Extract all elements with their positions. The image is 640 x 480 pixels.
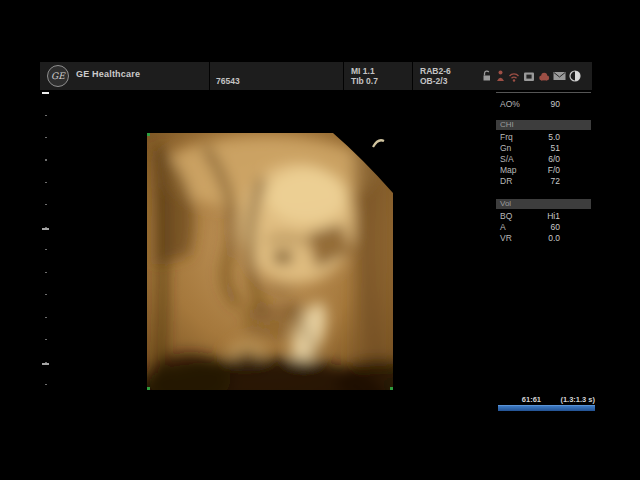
param-label: DR bbox=[500, 176, 512, 186]
cloud-icon bbox=[538, 71, 550, 82]
param-label: Gn bbox=[500, 143, 511, 153]
wifi-icon bbox=[508, 71, 520, 82]
param-row-ao: AO% 90 bbox=[500, 99, 560, 109]
ruler-ticks bbox=[45, 92, 47, 392]
cine-frame-count: 61:61 bbox=[522, 395, 541, 404]
ruler-major-tick bbox=[42, 363, 49, 365]
param-label: VR bbox=[500, 233, 512, 243]
fetus-3d-render bbox=[147, 133, 393, 390]
param-row: DR 72 bbox=[500, 176, 560, 186]
param-label: AO% bbox=[500, 99, 520, 109]
section-header-chi: CHI bbox=[496, 120, 591, 130]
brand-label: GE Healthcare bbox=[76, 69, 140, 79]
param-label: BQ bbox=[500, 211, 512, 221]
param-label: Map bbox=[500, 165, 517, 175]
probe-name: RAB2-6 bbox=[420, 66, 451, 76]
param-row: VR 0.0 bbox=[500, 233, 560, 243]
param-row: Gn 51 bbox=[500, 143, 560, 153]
divider bbox=[343, 62, 344, 90]
ruler-major-tick bbox=[42, 228, 49, 230]
param-value: 90 bbox=[551, 99, 560, 109]
patient-icon bbox=[496, 70, 505, 82]
roi-corner-marker bbox=[147, 387, 150, 390]
preset-name: OB-2/3 bbox=[420, 76, 447, 86]
cine-status: 61:61 (1.3:1.3 s) bbox=[498, 395, 595, 404]
param-row: BQ Hi1 bbox=[500, 211, 560, 221]
param-value: 0.0 bbox=[548, 233, 560, 243]
divider bbox=[412, 62, 413, 90]
ultrasound-screen: GE GE Healthcare 76543 MI 1.1 TIb 0.7 RA… bbox=[0, 0, 640, 480]
cine-duration: (1.3:1.3 s) bbox=[560, 395, 595, 404]
mi-value: MI 1.1 bbox=[351, 66, 375, 76]
param-value: 72 bbox=[551, 176, 560, 186]
param-value: F/0 bbox=[548, 165, 560, 175]
unlock-icon bbox=[482, 70, 493, 82]
printer-icon bbox=[523, 71, 535, 82]
param-row: Map F/0 bbox=[500, 165, 560, 175]
param-value: 51 bbox=[551, 143, 560, 153]
param-row: A 60 bbox=[500, 222, 560, 232]
top-status-bar: GE GE Healthcare 76543 MI 1.1 TIb 0.7 RA… bbox=[40, 62, 592, 90]
param-value: Hi1 bbox=[547, 211, 560, 221]
ti-value: TIb 0.7 bbox=[351, 76, 378, 86]
depth-ruler bbox=[42, 92, 50, 404]
panel-divider bbox=[496, 92, 591, 93]
param-value: 6/0 bbox=[548, 154, 560, 164]
section-header-vol: Vol bbox=[496, 199, 591, 209]
param-label: A bbox=[500, 222, 506, 232]
ultrasound-render bbox=[147, 133, 393, 390]
divider bbox=[209, 62, 210, 90]
cine-progress-bar[interactable] bbox=[498, 405, 595, 411]
roi-corner-marker bbox=[147, 133, 150, 136]
patient-id: 76543 bbox=[216, 76, 240, 86]
ruler-major-tick bbox=[42, 92, 49, 94]
param-row: Frq 5.0 bbox=[500, 132, 560, 142]
param-value: 60 bbox=[551, 222, 560, 232]
status-icon-row bbox=[482, 70, 581, 82]
param-row: S/A 6/0 bbox=[500, 154, 560, 164]
param-label: Frq bbox=[500, 132, 513, 142]
contrast-icon bbox=[569, 70, 581, 82]
param-value: 5.0 bbox=[548, 132, 560, 142]
roi-corner-marker bbox=[390, 387, 393, 390]
ge-logo: GE bbox=[47, 65, 69, 87]
envelope-icon bbox=[553, 71, 566, 81]
param-label: S/A bbox=[500, 154, 514, 164]
